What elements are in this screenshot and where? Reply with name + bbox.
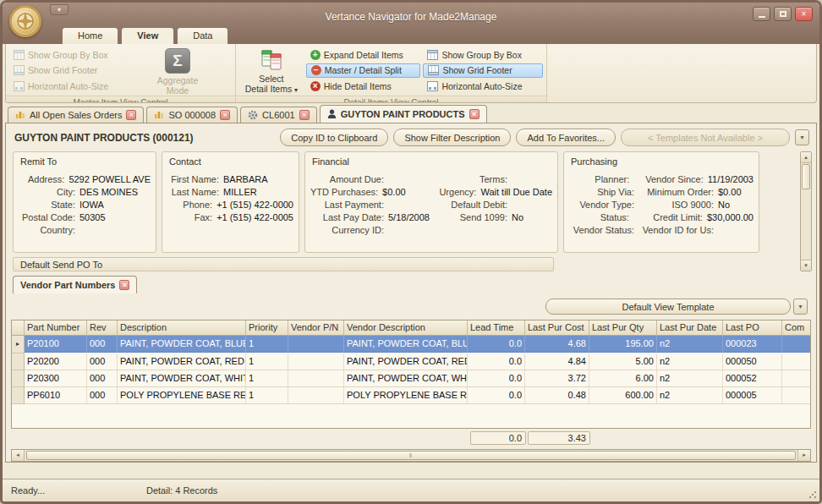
field-row: Fax:+1 (515) 422-0005	[167, 211, 293, 223]
column-header-last-pur-qty[interactable]: Last Pur Qty	[589, 320, 657, 336]
tab-so-000008[interactable]: SO 000008 ×	[146, 107, 238, 123]
cell-last-pur-cost: 4.68	[525, 336, 589, 353]
show-filter-description-button[interactable]: Show Filter Description	[393, 129, 511, 146]
ribbon-tab-data[interactable]: Data	[177, 27, 228, 44]
grid-horizontal-scrollbar[interactable]: ◂ ‖ ▸	[11, 449, 811, 462]
thumb-grip-icon: ‖	[409, 452, 413, 458]
close-tab-icon[interactable]: ×	[126, 110, 136, 120]
row-selector[interactable]	[12, 387, 25, 404]
scroll-up-icon[interactable]: ▴	[801, 152, 811, 163]
field-label: Last Payment:	[310, 200, 388, 210]
add-to-favorites-button[interactable]: Add To Favorites...	[516, 129, 616, 146]
tab-cl6001[interactable]: CL6001 ×	[240, 107, 317, 123]
field-value: IOWA	[79, 200, 104, 210]
horizontal-auto-size-button-master[interactable]: Horizontal Auto-Size	[9, 79, 143, 93]
close-tab-icon[interactable]: ×	[469, 109, 480, 119]
field-label: Send 1099:	[441, 212, 512, 222]
select-detail-items-button[interactable]: SelectDetail Items ▾	[239, 47, 304, 96]
ribbon: Show Group By Box Show Grid Footer Horiz…	[5, 44, 817, 103]
default-send-po-to-panel-header[interactable]: Default Send PO To	[13, 257, 554, 271]
field-row: Country:	[19, 223, 151, 236]
record-content-area: GUYTON PAINT PRODUCTS (000121) Copy ID t…	[5, 123, 817, 463]
tab-guyton-paint-products[interactable]: GUYTON PAINT PRODUCTS ×	[320, 105, 487, 123]
cell-comments	[782, 336, 811, 353]
close-tab-icon[interactable]: ×	[299, 110, 310, 120]
cell-last-pur-qty: 600.00	[589, 387, 657, 404]
ribbon-tab-view[interactable]: View	[121, 27, 174, 44]
minimize-button[interactable]	[753, 7, 770, 21]
column-header-vendor-pn[interactable]: Vendor P/N	[288, 320, 344, 336]
table-row[interactable]: P20200 000 PAINT, POWDER COAT, RED 1 PAI…	[12, 353, 810, 370]
field-label: Ship Via:	[569, 187, 638, 197]
scroll-right-icon[interactable]: ▸	[797, 450, 810, 461]
close-button[interactable]: ×	[795, 7, 813, 21]
tab-label: SO 000008	[168, 110, 216, 120]
app-menu-compass-icon[interactable]	[9, 5, 41, 37]
ribbon-tab-home[interactable]: Home	[62, 27, 118, 44]
table-row[interactable]: P20300 000 PAINT, POWDER COAT, WHITE 1 P…	[12, 370, 810, 387]
maximize-button[interactable]	[774, 7, 792, 21]
master-detail-split-button[interactable]: − Master / Detail Split	[306, 63, 421, 78]
field-row: State:IOWA	[19, 198, 151, 211]
templates-dropdown[interactable]: < Templates Not Available >	[621, 129, 790, 146]
column-header-description[interactable]: Description	[118, 320, 246, 336]
expand-detail-items-button[interactable]: + Expand Detail Items	[306, 47, 421, 62]
quick-access-toolbar-button[interactable]: ▾	[50, 4, 68, 15]
cell-comments	[782, 353, 811, 370]
view-template-dropdown[interactable]: Default View Template	[545, 299, 791, 315]
record-header: GUYTON PAINT PRODUCTS (000121) Copy ID t…	[6, 123, 816, 150]
cell-last-po: 000052	[723, 370, 782, 387]
column-header-vendor-description[interactable]: Vendor Description	[344, 320, 468, 336]
cell-priority: 1	[246, 353, 288, 370]
tab-vendor-part-numbers[interactable]: Vendor Part Numbers ×	[13, 276, 137, 293]
cell-vendor-description: PAINT, POWDER COAT, BLUE	[344, 336, 468, 353]
show-grid-footer-button-master[interactable]: Show Grid Footer	[9, 63, 143, 78]
column-header-lead-time[interactable]: Lead Time	[468, 320, 525, 336]
document-tab-bar: All Open Sales Orders × SO 000008 × CL60…	[3, 103, 819, 123]
copy-id-to-clipboard-button[interactable]: Copy ID to Clipboard	[280, 129, 388, 146]
column-header-comments[interactable]: Com	[782, 320, 811, 336]
hide-detail-items-button[interactable]: × Hide Detail Items	[306, 79, 421, 93]
group-label: Master Item View Control	[6, 96, 235, 103]
cell-comments	[782, 387, 811, 404]
show-group-by-box-button[interactable]: Show Group By Box	[9, 47, 143, 62]
close-tab-icon[interactable]: ×	[119, 280, 129, 290]
column-header-last-po[interactable]: Last PO	[723, 320, 782, 336]
scroll-left-icon[interactable]: ◂	[12, 450, 25, 461]
show-group-by-box-button-detail[interactable]: Show Group By Box	[423, 47, 543, 62]
table-row[interactable]: PP6010 000 POLY PROPYLENE BASE RESIN 1 P…	[12, 387, 810, 404]
templates-chevron-button[interactable]: ▾	[795, 129, 809, 145]
scroll-down-icon[interactable]: ▾	[801, 260, 811, 271]
tab-all-open-sales-orders[interactable]: All Open Sales Orders ×	[8, 107, 144, 123]
row-selector[interactable]: ▸	[12, 336, 25, 353]
scrollbar-thumb[interactable]: ‖	[26, 451, 796, 460]
field-row: City:DES MOINES	[19, 185, 151, 198]
horizontal-auto-size-button-detail[interactable]: Horizontal Auto-Size	[423, 79, 543, 93]
column-header-rev[interactable]: Rev	[87, 320, 118, 336]
field-value: MILLER	[223, 187, 257, 197]
panel-title: Contact	[169, 156, 293, 167]
row-selector[interactable]	[12, 370, 25, 387]
row-selector[interactable]	[12, 353, 25, 370]
aggregate-mode-button[interactable]: Σ AggregateMode	[145, 47, 210, 96]
view-template-chevron-button[interactable]: ▾	[793, 299, 808, 315]
close-tab-icon[interactable]: ×	[220, 110, 230, 120]
master-vertical-scrollbar[interactable]: ▴ ▾	[800, 151, 812, 271]
show-grid-footer-button-detail[interactable]: Show Grid Footer	[423, 63, 543, 78]
cell-comments	[782, 370, 811, 387]
column-header-part-number[interactable]: Part Number	[25, 320, 87, 336]
column-header-last-pur-date[interactable]: Last Pur Date	[657, 320, 723, 336]
resize-grip[interactable]	[808, 490, 817, 499]
field-row: First Name:BARBARA	[167, 173, 293, 185]
field-value: 11/19/2003	[708, 174, 754, 184]
column-header-last-pur-cost[interactable]: Last Pur Cost	[525, 320, 589, 336]
grid-header-row: Part Number Rev Description Priority Ven…	[12, 320, 810, 336]
grid-footer-icon	[14, 65, 25, 75]
field-row: Planner:Vendor Since:11/19/2003	[569, 173, 754, 185]
field-label: Minimum Order:	[640, 187, 718, 197]
field-label: Vendor Since:	[635, 174, 708, 184]
column-header-priority[interactable]: Priority	[246, 320, 288, 336]
field-value: $0.00	[718, 187, 742, 197]
table-row[interactable]: ▸ P20100 000 PAINT, POWDER COAT, BLUE 1 …	[12, 336, 810, 353]
scrollbar-thumb[interactable]	[802, 164, 810, 189]
